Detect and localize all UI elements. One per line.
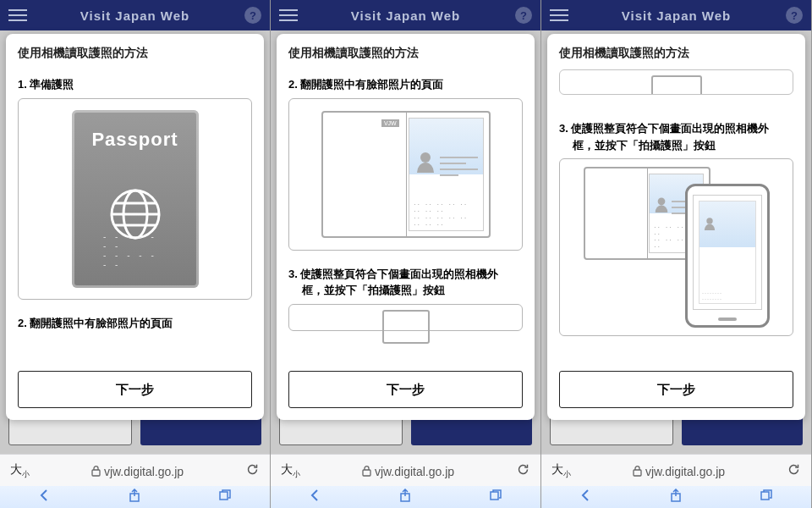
svg-point-8 <box>420 152 431 163</box>
lock-icon <box>362 466 371 477</box>
passport-word: Passport <box>72 129 199 151</box>
url-display[interactable]: vjw.digital.go.jp <box>309 465 508 478</box>
svg-rect-16 <box>761 492 769 500</box>
back-icon[interactable] <box>38 489 52 505</box>
help-icon[interactable]: ? <box>515 7 532 24</box>
next-button[interactable]: 下一步 <box>559 371 793 408</box>
svg-rect-9 <box>363 470 370 476</box>
browser-address-bar[interactable]: 大小 vjw.digital.go.jp <box>541 454 811 488</box>
share-icon[interactable] <box>398 489 412 505</box>
reload-icon[interactable] <box>516 462 530 480</box>
app-header: Visit Japan Web ? <box>0 0 270 30</box>
back-icon[interactable] <box>579 489 593 505</box>
app-header: Visit Japan Web ? <box>541 0 811 30</box>
next-button[interactable]: 下一步 <box>288 371 523 408</box>
hamburger-menu-icon[interactable] <box>8 6 27 25</box>
next-button[interactable]: 下一步 <box>18 371 252 408</box>
svg-rect-11 <box>491 492 498 500</box>
tabs-icon[interactable] <box>218 489 232 505</box>
app-title: Visit Japan Web <box>541 8 811 23</box>
card-title: 使用相機讀取護照的方法 <box>547 34 805 69</box>
instruction-card: 使用相機讀取護照的方法 3. 使護照整頁符合下個畫面出現的照相機外框，並按下「拍… <box>547 34 805 420</box>
step-3-label: 3. 使護照整頁符合下個畫面出現的照相機外框，並按下「拍攝護照」按鈕 <box>288 266 523 299</box>
help-icon[interactable]: ? <box>786 7 803 24</box>
reload-icon[interactable] <box>245 462 260 480</box>
hamburger-menu-icon[interactable] <box>279 6 298 25</box>
share-icon[interactable] <box>669 489 683 505</box>
step-2-illustration-peek <box>559 69 793 95</box>
passport-open-icon: VJW .. .. .. .. .. .. .. .... .. .. .. .… <box>321 111 491 238</box>
svg-rect-14 <box>634 470 641 476</box>
card-title: 使用相機讀取護照的方法 <box>6 34 264 69</box>
step-2-label: 2. 翻開護照中有臉部照片的頁面 <box>288 76 523 93</box>
app-header: Visit Japan Web ? <box>271 0 540 30</box>
card-title: 使用相機讀取護照的方法 <box>277 34 535 69</box>
step-3-label: 3. 使護照整頁符合下個畫面出現的照相機外框，並按下「拍攝護照」按鈕 <box>559 120 793 153</box>
svg-point-12 <box>658 198 666 206</box>
passport-phone-icon: .. .. .. .. .... .. .. .. .. ...........… <box>584 167 770 328</box>
passport-closed-icon: Passport - - - - - - -- - - - - - - <box>72 110 199 288</box>
step-2-label-preview: 2. 翻開護照中有臉部照片的頁面 <box>18 315 252 332</box>
step-1-illustration: Passport - - - - - - -- - - - - - - <box>18 98 252 300</box>
back-icon[interactable] <box>309 489 322 505</box>
text-size-control[interactable]: 大小 <box>281 462 300 480</box>
step-2-illustration: VJW .. .. .. .. .. .. .. .... .. .. .. .… <box>288 98 523 251</box>
browser-toolbar <box>271 486 540 508</box>
tabs-icon[interactable] <box>760 489 773 505</box>
share-icon[interactable] <box>128 489 141 505</box>
svg-point-13 <box>706 218 712 224</box>
svg-rect-7 <box>220 492 228 500</box>
browser-toolbar <box>541 486 811 508</box>
url-display[interactable]: vjw.digital.go.jp <box>38 465 237 478</box>
browser-address-bar[interactable]: 大小 vjw.digital.go.jp <box>0 454 270 488</box>
reload-icon[interactable] <box>787 462 801 480</box>
hamburger-menu-icon[interactable] <box>550 6 568 25</box>
svg-rect-5 <box>92 470 100 476</box>
browser-toolbar <box>0 486 270 508</box>
browser-address-bar[interactable]: 大小 vjw.digital.go.jp <box>271 454 540 488</box>
url-display[interactable]: vjw.digital.go.jp <box>579 465 778 478</box>
lock-icon <box>633 466 642 477</box>
help-icon[interactable]: ? <box>244 7 261 24</box>
text-size-control[interactable]: 大小 <box>551 462 571 480</box>
step-3-illustration: .. .. .. .. .... .. .. .. .. ...........… <box>559 158 793 336</box>
app-title: Visit Japan Web <box>0 8 270 23</box>
instruction-card: 使用相機讀取護照的方法 1. 準備護照 Passport - - - - - -… <box>6 34 264 420</box>
step-1-label: 1. 準備護照 <box>18 76 252 93</box>
text-size-control[interactable]: 大小 <box>10 462 30 480</box>
tabs-icon[interactable] <box>489 489 502 505</box>
step-3-illustration-peek <box>288 304 523 331</box>
app-title: Visit Japan Web <box>271 8 540 23</box>
instruction-card: 使用相機讀取護照的方法 2. 翻開護照中有臉部照片的頁面 VJW .. .. .… <box>277 34 535 420</box>
lock-icon <box>91 466 101 477</box>
